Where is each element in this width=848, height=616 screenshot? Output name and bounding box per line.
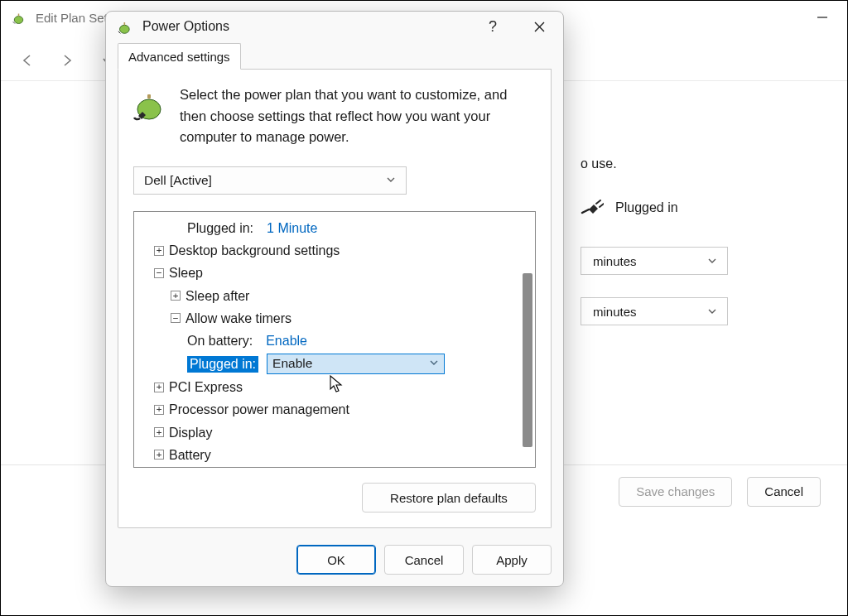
- expand-icon[interactable]: +: [154, 450, 164, 460]
- collapse-icon[interactable]: −: [154, 268, 164, 278]
- tree-item-allow-wake-timers[interactable]: − Allow wake timers: [142, 307, 515, 330]
- dialog-intro-text: Select the power plan that you want to c…: [180, 84, 536, 148]
- cancel-button[interactable]: Cancel: [384, 545, 464, 575]
- expand-icon[interactable]: +: [154, 405, 164, 415]
- bg-cancel-button[interactable]: Cancel: [747, 477, 821, 507]
- battery-large-icon: [133, 86, 168, 121]
- settings-tree[interactable]: Plugged in: 1 Minute + Desktop backgroun…: [133, 211, 536, 468]
- battery-icon: [118, 18, 134, 35]
- label: On battery:: [187, 330, 253, 352]
- value: Enable: [272, 356, 312, 372]
- chevron-down-icon: [429, 356, 439, 372]
- ok-button[interactable]: OK: [296, 545, 376, 575]
- power-options-dialog: Power Options ? Advanced settings Sele: [105, 11, 564, 587]
- value: Enable: [266, 330, 307, 352]
- label-selected: Plugged in:: [187, 356, 258, 373]
- plug-icon: [581, 200, 604, 216]
- chevron-down-icon: [707, 305, 717, 319]
- value: 1 Minute: [267, 217, 317, 239]
- label: Plugged in:: [187, 217, 253, 239]
- tree-value-on-battery[interactable]: On battery: Enable: [142, 330, 515, 352]
- chevron-down-icon: [707, 254, 717, 268]
- tab-advanced-settings[interactable]: Advanced settings: [118, 43, 241, 70]
- svg-line-4: [600, 204, 604, 207]
- tree-item-pci-express[interactable]: + PCI Express: [142, 376, 515, 398]
- bg-fragment-text: o use.: [581, 156, 617, 171]
- restore-defaults-button[interactable]: Restore plan defaults: [362, 483, 536, 513]
- svg-rect-1: [18, 14, 20, 17]
- bg-dropdown-1[interactable]: minutes: [581, 247, 728, 275]
- close-button[interactable]: [520, 12, 558, 41]
- bg-dropdown-2-text: minutes: [593, 305, 637, 319]
- label: Battery: [169, 444, 211, 466]
- forward-button[interactable]: [59, 52, 75, 69]
- label: PCI Express: [169, 376, 243, 398]
- apply-button[interactable]: Apply: [472, 545, 552, 575]
- svg-point-0: [14, 17, 23, 24]
- tree-item-sleep-after[interactable]: + Sleep after: [142, 285, 515, 307]
- label: Desktop background settings: [169, 239, 340, 262]
- label: Processor power management: [169, 398, 349, 421]
- minimize-button[interactable]: [804, 5, 841, 30]
- save-changes-button[interactable]: Save changes: [619, 477, 732, 507]
- tree-item-desktop-background[interactable]: + Desktop background settings: [142, 239, 515, 262]
- expand-icon[interactable]: +: [154, 427, 164, 437]
- help-button[interactable]: ?: [474, 12, 512, 41]
- svg-rect-8: [147, 94, 151, 99]
- tree-item-battery[interactable]: + Battery: [142, 444, 515, 466]
- collapse-icon[interactable]: −: [171, 313, 181, 323]
- bg-dropdown-1-text: minutes: [593, 254, 637, 268]
- wake-timer-plugged-in-combobox[interactable]: Enable: [267, 354, 445, 374]
- scrollbar-thumb[interactable]: [523, 273, 532, 447]
- power-plan-value: Dell [Active]: [144, 173, 212, 188]
- battery-icon: [12, 10, 27, 25]
- plugged-in-column-header: Plugged in: [615, 200, 678, 215]
- label: Display: [169, 421, 212, 444]
- svg-line-3: [596, 200, 600, 204]
- label: Sleep: [169, 262, 203, 284]
- tree-item-sleep[interactable]: − Sleep: [142, 262, 515, 284]
- label: Sleep after: [186, 285, 249, 307]
- power-plan-combobox[interactable]: Dell [Active]: [133, 166, 407, 195]
- chevron-down-icon: [386, 173, 396, 188]
- label: Allow wake timers: [186, 307, 292, 330]
- dialog-title: Power Options: [142, 19, 229, 34]
- expand-icon[interactable]: +: [154, 383, 164, 392]
- expand-icon[interactable]: +: [171, 291, 181, 301]
- tree-value-plugged-in-top[interactable]: Plugged in: 1 Minute: [142, 217, 515, 239]
- tree-item-display[interactable]: + Display: [142, 421, 515, 444]
- tree-value-plugged-in-selected[interactable]: Plugged in: Enable: [142, 354, 515, 374]
- back-button[interactable]: [19, 52, 36, 69]
- bg-dropdown-2[interactable]: minutes: [581, 297, 728, 325]
- svg-rect-6: [124, 22, 126, 25]
- tree-item-processor[interactable]: + Processor power management: [142, 398, 515, 421]
- expand-icon[interactable]: +: [154, 246, 164, 256]
- svg-point-5: [120, 25, 130, 33]
